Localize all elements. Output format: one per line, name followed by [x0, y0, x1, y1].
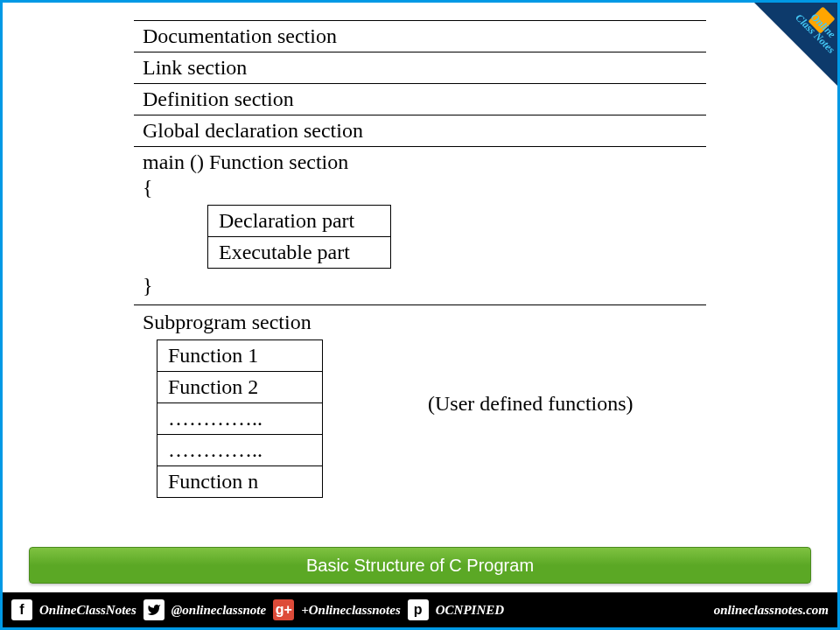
function-list-box: Function 1 Function 2 ………….. ………….. Func… — [157, 340, 323, 498]
open-brace: { — [143, 174, 697, 201]
executable-part: Executable part — [207, 237, 391, 269]
twitter-icon[interactable] — [144, 599, 164, 620]
function-ellipsis-2: ………….. — [157, 435, 323, 466]
subprogram-section: Subprogram section Function 1 Function 2… — [134, 305, 706, 503]
section-documentation: Documentation section — [134, 20, 706, 52]
close-brace: } — [143, 272, 697, 299]
facebook-handle: OnlineClassNotes — [39, 603, 136, 618]
main-function-section: main () Function section { Declaration p… — [134, 147, 706, 303]
function-ellipsis-1: ………….. — [157, 403, 323, 435]
subprogram-title: Subprogram section — [143, 311, 697, 334]
user-defined-note: (User defined functions) — [428, 392, 634, 416]
caption-bar: Basic Structure of C Program — [29, 547, 811, 584]
declaration-part: Declaration part — [207, 205, 391, 237]
function-2: Function 2 — [157, 372, 323, 403]
facebook-icon[interactable]: f — [11, 599, 32, 620]
main-parts-box: Declaration part Executable part — [207, 205, 391, 269]
main-title: main () Function section — [143, 150, 697, 174]
pinterest-icon[interactable]: p — [408, 599, 429, 620]
gplus-handle: +Onlineclassnotes — [301, 603, 401, 618]
pinterest-handle: OCNPINED — [436, 603, 504, 618]
diagram-content: Documentation section Link section Defin… — [3, 3, 837, 503]
website-url: onlineclassnotes.com — [714, 603, 829, 618]
function-1: Function 1 — [157, 340, 323, 372]
gplus-icon[interactable]: g+ — [273, 599, 294, 620]
section-definition: Definition section — [134, 84, 706, 116]
function-n: Function n — [157, 466, 323, 498]
section-global-declaration: Global declaration section — [134, 116, 706, 147]
footer-bar: f OnlineClassNotes @onlineclassnote g+ +… — [3, 592, 837, 627]
twitter-handle: @onlineclassnote — [172, 603, 266, 618]
section-link: Link section — [134, 52, 706, 84]
